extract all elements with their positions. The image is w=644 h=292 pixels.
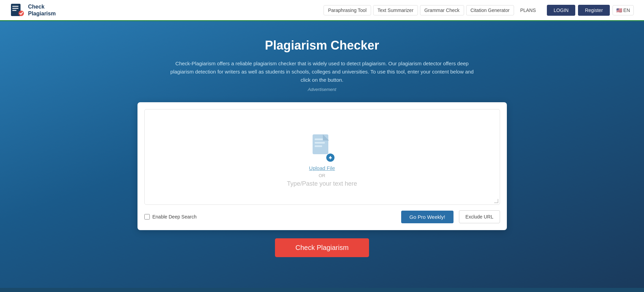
svg-rect-8 <box>315 145 322 147</box>
hero-section: Plagiarism Checker Check-Plagiarism offe… <box>0 21 644 288</box>
resize-handle[interactable] <box>494 199 498 203</box>
svg-rect-10 <box>330 158 331 159</box>
upload-file-link[interactable]: Upload File <box>309 165 335 171</box>
upload-icon-area <box>312 134 332 160</box>
svg-rect-1 <box>12 6 18 7</box>
hero-description: Check-Plagiarism offers a reliable plagi… <box>168 59 476 84</box>
check-button-wrapper: Check Plagiarism <box>7 238 637 267</box>
lang-label: EN <box>623 8 630 13</box>
nav-links: Paraphrasing Tool Text Summarizer Gramma… <box>324 5 540 15</box>
text-placeholder: Type/Paste your text here <box>287 180 357 187</box>
upload-arrow-icon <box>326 154 334 162</box>
card-footer: Enable Deep Search Go Pro Weekly! Exclud… <box>144 210 500 223</box>
nav-summarizer[interactable]: Text Summarizer <box>373 5 418 15</box>
deep-search-text: Enable Deep Search <box>153 214 197 220</box>
logo-icon <box>10 3 25 17</box>
or-separator: OR <box>319 173 326 178</box>
flag-icon: 🇺🇸 <box>616 8 622 13</box>
svg-rect-2 <box>12 8 18 9</box>
text-upload-zone[interactable]: Upload File OR Type/Paste your text here <box>144 109 500 205</box>
site-header: Check Plagiarism Paraphrasing Tool Text … <box>0 0 644 21</box>
logo-area: Check Plagiarism <box>10 3 56 17</box>
deep-search-label[interactable]: Enable Deep Search <box>144 214 197 220</box>
logo-text: Check Plagiarism <box>28 3 56 16</box>
svg-rect-7 <box>315 142 325 144</box>
page-title: Plagiarism Checker <box>7 38 637 53</box>
login-button[interactable]: LOGIN <box>547 5 576 16</box>
language-selector[interactable]: 🇺🇸 EN <box>613 5 634 15</box>
go-pro-button[interactable]: Go Pro Weekly! <box>401 211 454 223</box>
check-plagiarism-button[interactable]: Check Plagiarism <box>275 238 369 257</box>
exclude-url-button[interactable]: Exclude URL <box>459 210 500 223</box>
deep-search-checkbox[interactable] <box>144 214 150 220</box>
nav-plans[interactable]: PLANS <box>516 5 540 15</box>
advertisement-label: Advertisement <box>7 87 637 92</box>
main-tool-card: Upload File OR Type/Paste your text here… <box>137 102 507 230</box>
svg-rect-3 <box>12 10 16 11</box>
svg-rect-5 <box>313 134 328 154</box>
nav-paraphrasing[interactable]: Paraphrasing Tool <box>324 5 371 15</box>
svg-marker-9 <box>329 156 332 158</box>
register-button[interactable]: Register <box>578 5 609 16</box>
nav-citation[interactable]: Citation Generator <box>466 5 514 15</box>
nav-grammar[interactable]: Grammar Check <box>420 5 464 15</box>
